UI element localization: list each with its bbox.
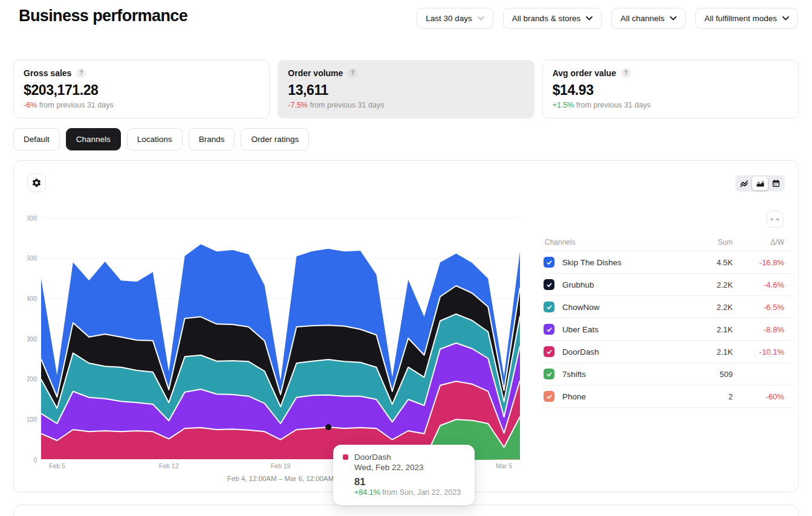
tooltip-delta-row: +84.1% from Sun, Jan 22, 2023 <box>354 488 465 497</box>
area-chart-toggle[interactable] <box>752 176 768 190</box>
channel-name: Phone <box>562 392 681 401</box>
tab-locations[interactable]: Locations <box>127 128 183 150</box>
channel-checkbox[interactable] <box>544 369 554 379</box>
kpi-label: Order volume <box>288 68 343 78</box>
svg-text:300: 300 <box>27 335 37 343</box>
channel-sum: 2.2K <box>681 280 733 289</box>
chart-type-segmented-control <box>735 175 785 192</box>
chevron-down-icon <box>670 16 677 21</box>
tooltip-value: 81 <box>354 476 465 488</box>
chevron-down-icon <box>586 16 593 21</box>
kpi-delta-row: +1.5% from previous 31 days <box>553 101 788 109</box>
tooltip-date: Wed, Feb 22, 2023 <box>354 463 465 472</box>
legend-row-uber-eats[interactable]: Uber Eats2.1K-8.8% <box>544 318 791 341</box>
channel-sum: 2 <box>681 392 733 401</box>
chart-tooltip: DoorDash Wed, Feb 22, 2023 81 +84.1% fro… <box>333 445 475 505</box>
channel-sum: 2.1K <box>681 325 733 334</box>
channel-delta: -16.8% <box>733 258 791 267</box>
view-tab-bar: DefaultChannelsLocationsBrandsOrder rati… <box>13 128 309 150</box>
line-chart-toggle[interactable] <box>736 176 752 190</box>
legend-row-7shifts[interactable]: 7shifts509 <box>544 363 791 385</box>
tooltip-series-name: DoorDash <box>354 453 391 462</box>
channels-chart-card: > < 0100200300400500600Feb 5Feb 12Feb 19… <box>13 160 799 492</box>
legend-row-phone[interactable]: Phone2-60% <box>544 385 791 408</box>
channel-name: ChowNow <box>562 303 681 312</box>
calendar-view-toggle[interactable] <box>768 176 784 190</box>
filter-all-fulfillment-modes[interactable]: All fulfillment modes <box>695 8 798 29</box>
legend-row-chownow[interactable]: ChowNow2.2K-6.5% <box>544 296 791 318</box>
svg-text:0: 0 <box>33 456 37 463</box>
channel-sum: 4.5K <box>681 258 733 267</box>
kpi-value: 13,611 <box>288 82 524 98</box>
channel-checkbox[interactable] <box>544 279 554 290</box>
collapse-legend-button[interactable]: > < <box>767 211 784 228</box>
tab-channels[interactable]: Channels <box>66 128 121 150</box>
legend-row-skip-the-dishes[interactable]: Skip The Dishes4.5K-16.8% <box>544 251 791 274</box>
legend-column-channels: Channels <box>544 238 681 247</box>
tooltip-delta: +84.1% <box>354 488 380 497</box>
channel-checkbox[interactable] <box>544 346 554 357</box>
filter-last-30-days[interactable]: Last 30 days <box>417 8 493 29</box>
tooltip-delta-context: from Sun, Jan 22, 2023 <box>380 488 461 497</box>
kpi-card-avg-order-value[interactable]: Avg order value?$14.93+1.5% from previou… <box>542 60 799 118</box>
channel-name: DoorDash <box>562 347 681 356</box>
kpi-card-order-volume[interactable]: Order volume?13,611-7.5% from previous 3… <box>278 60 534 118</box>
kpi-delta: -6% <box>24 101 37 109</box>
channel-name: 7shifts <box>562 370 681 379</box>
collapse-icon: > < <box>770 216 780 222</box>
svg-text:Feb 5: Feb 5 <box>49 462 65 469</box>
kpi-value: $203,171.28 <box>24 82 259 98</box>
channel-sum: 2.1K <box>681 347 733 356</box>
help-icon[interactable]: ? <box>621 68 631 78</box>
tab-order-ratings[interactable]: Order ratings <box>241 128 309 150</box>
chevron-down-icon <box>782 16 789 21</box>
channel-checkbox[interactable] <box>544 391 554 402</box>
kpi-delta-row: -6% from previous 31 days <box>24 101 259 109</box>
line-chart-icon <box>739 179 749 189</box>
help-icon[interactable]: ? <box>76 68 86 78</box>
filter-all-channels[interactable]: All channels <box>611 8 686 29</box>
tab-brands[interactable]: Brands <box>189 128 235 150</box>
channel-delta: -60% <box>733 392 791 401</box>
channel-delta: -8.8% <box>733 325 791 334</box>
kpi-row: Gross sales?$203,171.28-6% from previous… <box>13 60 799 118</box>
channel-sum: 509 <box>681 370 733 379</box>
channel-name: Skip The Dishes <box>562 258 681 267</box>
channel-name: Uber Eats <box>562 325 681 334</box>
chart-settings-button[interactable] <box>27 173 46 192</box>
svg-text:Mar 5: Mar 5 <box>496 462 512 469</box>
calendar-icon <box>771 179 781 188</box>
next-section-card <box>13 505 799 516</box>
tab-default[interactable]: Default <box>13 128 60 150</box>
legend-table-header: Channels Sum Δ/W <box>544 234 791 251</box>
svg-text:200: 200 <box>27 375 37 382</box>
svg-text:400: 400 <box>27 295 37 302</box>
help-icon[interactable]: ? <box>348 68 357 78</box>
chevron-down-icon <box>478 16 484 21</box>
legend-table: Channels Sum Δ/W Skip The Dishes4.5K-16.… <box>544 234 791 408</box>
channel-checkbox[interactable] <box>544 257 554 268</box>
legend-row-grubhub[interactable]: Grubhub2.2K-4.6% <box>544 274 791 296</box>
kpi-value: $14.93 <box>553 82 788 98</box>
svg-text:500: 500 <box>27 254 37 262</box>
filter-all-brands-stores[interactable]: All brands & stores <box>503 8 602 29</box>
kpi-label: Avg order value <box>553 68 616 78</box>
page-title: Business performance <box>19 7 187 25</box>
channel-checkbox[interactable] <box>544 324 554 335</box>
channel-name: Grubhub <box>562 280 681 289</box>
legend-column-sum: Sum <box>681 238 733 247</box>
kpi-delta: +1.5% <box>553 101 574 109</box>
channel-delta: -4.6% <box>733 280 791 289</box>
legend-column-delta: Δ/W <box>733 238 791 247</box>
svg-text:600: 600 <box>27 214 37 222</box>
stacked-area-chart[interactable]: 0100200300400500600Feb 5Feb 12Feb 19Feb … <box>27 212 529 481</box>
kpi-card-gross-sales[interactable]: Gross sales?$203,171.28-6% from previous… <box>13 60 270 118</box>
svg-text:Feb 19: Feb 19 <box>271 462 291 469</box>
svg-text:Feb 12: Feb 12 <box>159 462 179 469</box>
svg-text:100: 100 <box>27 416 37 423</box>
kpi-delta: -7.5% <box>288 101 308 109</box>
channel-checkbox[interactable] <box>544 302 554 312</box>
gear-icon <box>31 178 42 188</box>
legend-row-doordash[interactable]: DoorDash2.1K-10.1% <box>544 341 791 363</box>
filter-bar: Last 30 daysAll brands & storesAll chann… <box>417 8 798 29</box>
